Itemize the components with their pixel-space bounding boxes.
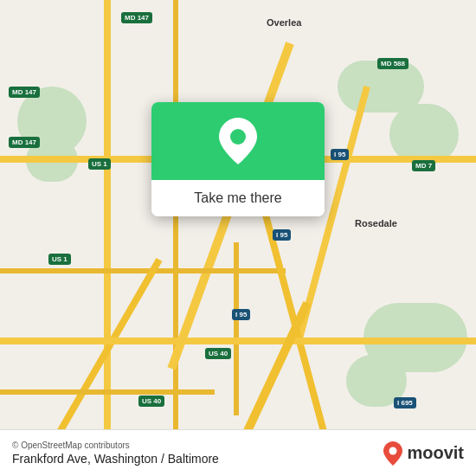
- osm-attribution: © OpenStreetMap contributors: [12, 441, 383, 450]
- svg-point-0: [230, 129, 246, 145]
- shield-i95-bottom: I 95: [232, 309, 250, 320]
- road-vertical-3: [234, 242, 239, 415]
- shield-md588: MD 588: [377, 58, 408, 69]
- bottom-bar: © OpenStreetMap contributors Frankford A…: [0, 429, 476, 476]
- location-title: Frankford Ave, Washington / Baltimore: [12, 452, 383, 466]
- shield-i95-top: I 95: [331, 149, 349, 160]
- shield-us1-mid: US 1: [88, 158, 111, 170]
- popup-card: Take me there: [151, 102, 325, 216]
- take-me-there-button[interactable]: Take me there: [151, 180, 325, 216]
- shield-md7: MD 7: [412, 160, 435, 171]
- location-pin-icon: [219, 118, 257, 164]
- road-vertical-1: [173, 0, 178, 476]
- shield-md147-left: MD 147: [9, 87, 40, 98]
- moovit-logo: moovit: [383, 441, 464, 466]
- place-label-overlea: Overlea: [267, 17, 301, 28]
- moovit-text: moovit: [407, 443, 464, 463]
- shield-i95-mid: I 95: [273, 229, 291, 241]
- road-horizontal-2: [0, 268, 286, 273]
- bottom-bar-left: © OpenStreetMap contributors Frankford A…: [12, 441, 383, 466]
- shield-md147-mid: MD 147: [9, 137, 40, 148]
- road-horizontal-3: [0, 338, 476, 344]
- shield-us40: US 40: [205, 348, 231, 359]
- map-container: MD 147 MD 147 MD 147 US 1 US 1 I 95 I 95…: [0, 0, 476, 476]
- shield-us40-2: US 40: [138, 396, 164, 407]
- shield-i695: I 695: [394, 397, 416, 408]
- place-label-rosedale: Rosedale: [355, 218, 397, 228]
- shield-us1-bottom: US 1: [48, 254, 71, 265]
- road-vertical-2: [104, 0, 111, 476]
- svg-point-1: [389, 447, 397, 454]
- popup-green-header: [151, 102, 325, 180]
- road-horizontal-4: [0, 389, 215, 395]
- moovit-pin-icon: [383, 441, 402, 466]
- shield-md147-top: MD 147: [121, 12, 152, 23]
